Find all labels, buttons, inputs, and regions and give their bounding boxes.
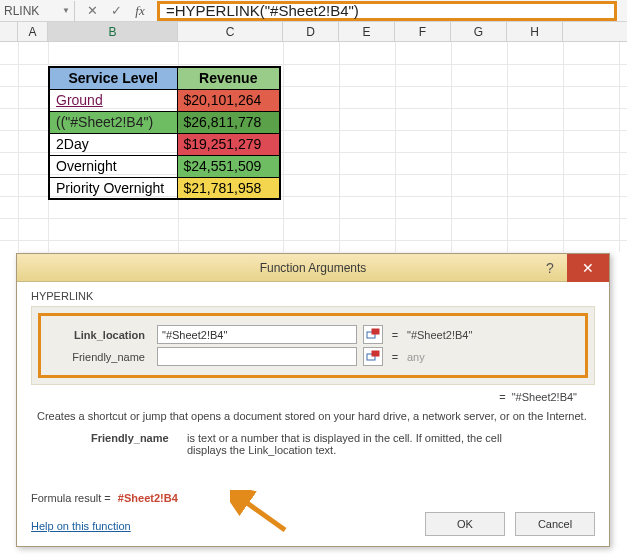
col-header-b[interactable]: B xyxy=(48,22,178,41)
help-on-function-link[interactable]: Help on this function xyxy=(31,520,131,532)
cell-service[interactable]: Ground xyxy=(49,89,177,111)
dialog-title: Function Arguments xyxy=(260,261,367,275)
range-select-icon[interactable] xyxy=(363,325,383,344)
cell-revenue[interactable]: $24,551,509 xyxy=(177,155,280,177)
equals-sign: = xyxy=(389,351,401,363)
column-headers: A B C D E F G H xyxy=(0,22,627,42)
cell-service[interactable]: Overnight xyxy=(49,155,177,177)
select-all-corner[interactable] xyxy=(0,22,18,41)
col-header-d[interactable]: D xyxy=(283,22,339,41)
formula-result: Formula result = #Sheet2!B4 xyxy=(31,492,178,504)
table-row: Overnight $24,551,509 xyxy=(49,155,280,177)
col-header-h[interactable]: H xyxy=(507,22,563,41)
function-arguments-dialog: Function Arguments ? ✕ HYPERLINK Link_lo… xyxy=(16,253,610,547)
formula-text: =HYPERLINK("#Sheet2!B4") xyxy=(166,2,359,19)
arg-input-friendly-name[interactable] xyxy=(157,347,357,366)
svg-rect-3 xyxy=(372,351,379,356)
close-icon[interactable]: ✕ xyxy=(567,254,609,282)
arg-row-friendly-name: Friendly_name = any xyxy=(49,347,577,366)
range-select-icon[interactable] xyxy=(363,347,383,366)
function-description: Creates a shortcut or jump that opens a … xyxy=(37,409,589,424)
header-service-level[interactable]: Service Level xyxy=(49,67,177,89)
arg-result-link-location: "#Sheet2!B4" xyxy=(407,329,472,341)
dialog-titlebar[interactable]: Function Arguments ? ✕ xyxy=(17,254,609,282)
data-table: Service Level Revenue Ground $20,101,264… xyxy=(48,66,281,200)
dialog-buttons: OK Cancel xyxy=(425,512,595,536)
cell-service[interactable]: 2Day xyxy=(49,133,177,155)
table-row: Ground $20,101,264 xyxy=(49,89,280,111)
formula-bar-icons: ✕ ✓ fx xyxy=(75,3,157,19)
formula-result-label: Formula result = xyxy=(31,492,111,504)
name-box-text: RLINK xyxy=(4,4,39,18)
arg-label-friendly-name: Friendly_name xyxy=(49,351,151,363)
table-header-row: Service Level Revenue xyxy=(49,67,280,89)
overall-result-line: = "#Sheet2!B4" xyxy=(31,391,595,403)
svg-rect-1 xyxy=(372,329,379,334)
formula-input[interactable]: =HYPERLINK("#Sheet2!B4") xyxy=(157,1,617,21)
arg-label-link-location: Link_location xyxy=(49,329,151,341)
cell-revenue[interactable]: $21,781,958 xyxy=(177,177,280,199)
cell-service[interactable]: Priority Overnight xyxy=(49,177,177,199)
param-name: Friendly_name xyxy=(91,432,187,456)
help-icon[interactable]: ? xyxy=(533,254,567,282)
sheet-grid[interactable]: Service Level Revenue Ground $20,101,264… xyxy=(0,42,627,252)
table-row: Priority Overnight $21,781,958 xyxy=(49,177,280,199)
formula-bar: RLINK ▼ ✕ ✓ fx =HYPERLINK("#Sheet2!B4") xyxy=(0,0,627,22)
ok-button[interactable]: OK xyxy=(425,512,505,536)
col-header-f[interactable]: F xyxy=(395,22,451,41)
header-revenue[interactable]: Revenue xyxy=(177,67,280,89)
cancel-button[interactable]: Cancel xyxy=(515,512,595,536)
col-header-c[interactable]: C xyxy=(178,22,283,41)
argument-panel: Link_location = "#Sheet2!B4" Friendly_na… xyxy=(31,306,595,385)
cell-revenue[interactable]: $19,251,279 xyxy=(177,133,280,155)
cell-service-editing[interactable]: (("#Sheet2!B4") xyxy=(49,111,177,133)
cell-revenue[interactable]: $26,811,778 xyxy=(177,111,280,133)
col-header-g[interactable]: G xyxy=(451,22,507,41)
arg-row-link-location: Link_location = "#Sheet2!B4" xyxy=(49,325,577,344)
chevron-down-icon[interactable]: ▼ xyxy=(62,6,70,15)
arg-input-link-location[interactable] xyxy=(157,325,357,344)
table-row: (("#Sheet2!B4") $26,811,778 xyxy=(49,111,280,133)
overall-result: "#Sheet2!B4" xyxy=(512,391,577,403)
table-row: 2Day $19,251,279 xyxy=(49,133,280,155)
formula-result-value: #Sheet2!B4 xyxy=(118,492,178,504)
col-header-a[interactable]: A xyxy=(18,22,48,41)
accept-formula-icon[interactable]: ✓ xyxy=(109,3,123,18)
cell-revenue[interactable]: $20,101,264 xyxy=(177,89,280,111)
dialog-body: HYPERLINK Link_location = "#Sheet2!B4" F… xyxy=(17,282,609,546)
function-name: HYPERLINK xyxy=(31,290,595,302)
param-text: is text or a number that is displayed in… xyxy=(187,432,535,456)
fx-icon[interactable]: fx xyxy=(133,3,147,19)
argument-box: Link_location = "#Sheet2!B4" Friendly_na… xyxy=(38,313,588,378)
param-description: Friendly_name is text or a number that i… xyxy=(91,432,535,456)
equals-sign: = xyxy=(389,329,401,341)
col-header-e[interactable]: E xyxy=(339,22,395,41)
name-box[interactable]: RLINK ▼ xyxy=(0,1,75,21)
cancel-formula-icon[interactable]: ✕ xyxy=(85,3,99,18)
arg-result-friendly-name: any xyxy=(407,351,425,363)
hyperlink-cell[interactable]: Ground xyxy=(56,92,103,108)
